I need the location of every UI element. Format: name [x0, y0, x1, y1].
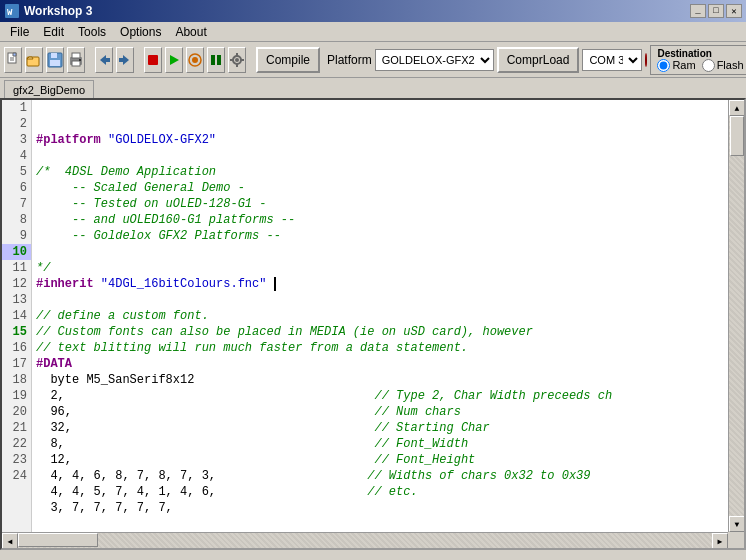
ram-option[interactable]: Ram: [657, 59, 695, 72]
code-line-1: #platform "GOLDELOX-GFX2": [36, 132, 740, 148]
platform-select[interactable]: GOLDELOX-GFX2: [375, 49, 494, 71]
scroll-left-button[interactable]: ◀: [2, 533, 18, 549]
line-number-17: 17: [2, 356, 31, 372]
destination-box: Destination Ram Flash: [650, 45, 746, 75]
line-number-9: 9: [2, 228, 31, 244]
code-line-10: #inherit "4DGL_16bitColours.fnc": [36, 276, 740, 292]
scroll-down-button[interactable]: ▼: [729, 516, 745, 532]
code-line-15: #DATA: [36, 356, 740, 372]
vertical-scrollbar[interactable]: ▲ ▼: [728, 100, 744, 532]
forward-button[interactable]: [116, 47, 134, 73]
flash-option[interactable]: Flash: [702, 59, 744, 72]
new-button[interactable]: [4, 47, 22, 73]
code-line-12: // define a custom font.: [36, 308, 740, 324]
svg-rect-16: [119, 58, 124, 62]
code-line-9: */: [36, 260, 740, 276]
compile-button[interactable]: Compile: [256, 47, 320, 73]
title-bar-left: W Workshop 3: [4, 3, 92, 19]
svg-text:W: W: [7, 8, 13, 18]
menu-file[interactable]: File: [4, 24, 35, 40]
title-buttons: _ □ ✕: [690, 4, 742, 18]
step-button[interactable]: [186, 47, 204, 73]
menu-edit[interactable]: Edit: [37, 24, 70, 40]
h-scroll-thumb[interactable]: [18, 533, 98, 547]
line-number-14: 14: [2, 308, 31, 324]
line-number-10: 10: [2, 244, 31, 260]
svg-rect-11: [72, 61, 80, 66]
code-line-23: 4, 4, 5, 7, 4, 1, 4, 6, // etc.: [36, 484, 740, 500]
code-line-8: [36, 244, 740, 260]
comprload-button[interactable]: ComprLoad: [497, 47, 580, 73]
platform-label: Platform: [327, 53, 372, 67]
code-line-3: /* 4DSL Demo Application: [36, 164, 740, 180]
app-icon: W: [4, 3, 20, 19]
maximize-button[interactable]: □: [708, 4, 724, 18]
code-editor[interactable]: #platform "GOLDELOX-GFX2"/* 4DSL Demo Ap…: [32, 100, 744, 548]
open-button[interactable]: [25, 47, 43, 73]
svg-rect-21: [211, 55, 215, 65]
com-port-select[interactable]: COM 3: [582, 49, 642, 71]
code-line-4: -- Scaled General Demo -: [36, 180, 740, 196]
menu-options[interactable]: Options: [114, 24, 167, 40]
menu-tools[interactable]: Tools: [72, 24, 112, 40]
line-numbers: 123456789101112131415161718192021222324: [2, 100, 32, 548]
line-number-5: 5: [2, 164, 31, 180]
scroll-right-button[interactable]: ▶: [712, 533, 728, 549]
horizontal-scrollbar[interactable]: ◀ ▶: [2, 532, 728, 548]
svg-rect-26: [236, 63, 238, 67]
line-number-20: 20: [2, 404, 31, 420]
code-line-5: -- Tested on uOLED-128-G1 -: [36, 196, 740, 212]
pause-button[interactable]: [207, 47, 225, 73]
print-button[interactable]: [67, 47, 85, 73]
line-number-12: 12: [2, 276, 31, 292]
code-line-22: 4, 4, 6, 8, 7, 8, 7, 3, // Widths of cha…: [36, 468, 740, 484]
stop-button[interactable]: [144, 47, 162, 73]
line-number-22: 22: [2, 436, 31, 452]
line-number-21: 21: [2, 420, 31, 436]
settings-button[interactable]: [228, 47, 246, 73]
code-line-21: 12, // Font_Height: [36, 452, 740, 468]
destination-label: Destination: [657, 48, 711, 59]
line-number-23: 23: [2, 452, 31, 468]
close-button[interactable]: ✕: [726, 4, 742, 18]
svg-rect-14: [105, 58, 110, 62]
line-number-19: 19: [2, 388, 31, 404]
code-line-2: [36, 148, 740, 164]
code-line-19: 32, // Starting Char: [36, 420, 740, 436]
code-line-20: 8, // Font_Width: [36, 436, 740, 452]
minimize-button[interactable]: _: [690, 4, 706, 18]
scroll-track[interactable]: [729, 116, 744, 516]
tab-bar: gfx2_BigDemo: [0, 78, 746, 98]
svg-rect-17: [148, 55, 158, 65]
scroll-up-button[interactable]: ▲: [729, 100, 745, 116]
svg-rect-8: [50, 60, 60, 66]
h-scroll-track[interactable]: [18, 533, 712, 548]
svg-rect-25: [236, 53, 238, 57]
status-indicator: [645, 53, 647, 67]
back-button[interactable]: [95, 47, 113, 73]
line-number-24: 24: [2, 468, 31, 484]
tab-gfx2-bigdemo[interactable]: gfx2_BigDemo: [4, 80, 94, 98]
line-number-1: 1: [2, 100, 31, 116]
svg-rect-27: [230, 59, 234, 61]
save-button[interactable]: [46, 47, 64, 73]
svg-rect-12: [79, 59, 81, 61]
code-line-11: [36, 292, 740, 308]
line-number-16: 16: [2, 340, 31, 356]
toolbar: Compile Platform GOLDELOX-GFX2 ComprLoad…: [0, 42, 746, 78]
code-line-13: // Custom fonts can also be placed in ME…: [36, 324, 740, 340]
code-line-14: // text blitting will run much faster fr…: [36, 340, 740, 356]
title-text: Workshop 3: [24, 4, 92, 18]
svg-marker-18: [170, 55, 179, 65]
scroll-corner: [728, 532, 744, 548]
svg-rect-10: [72, 53, 80, 58]
editor-container: 123456789101112131415161718192021222324 …: [0, 98, 746, 550]
scroll-thumb[interactable]: [730, 116, 744, 156]
line-number-3: 3: [2, 132, 31, 148]
svg-rect-28: [240, 59, 244, 61]
svg-point-20: [192, 57, 198, 63]
line-number-15: 15: [2, 324, 31, 340]
run-button[interactable]: [165, 47, 183, 73]
menu-about[interactable]: About: [169, 24, 212, 40]
line-number-11: 11: [2, 260, 31, 276]
